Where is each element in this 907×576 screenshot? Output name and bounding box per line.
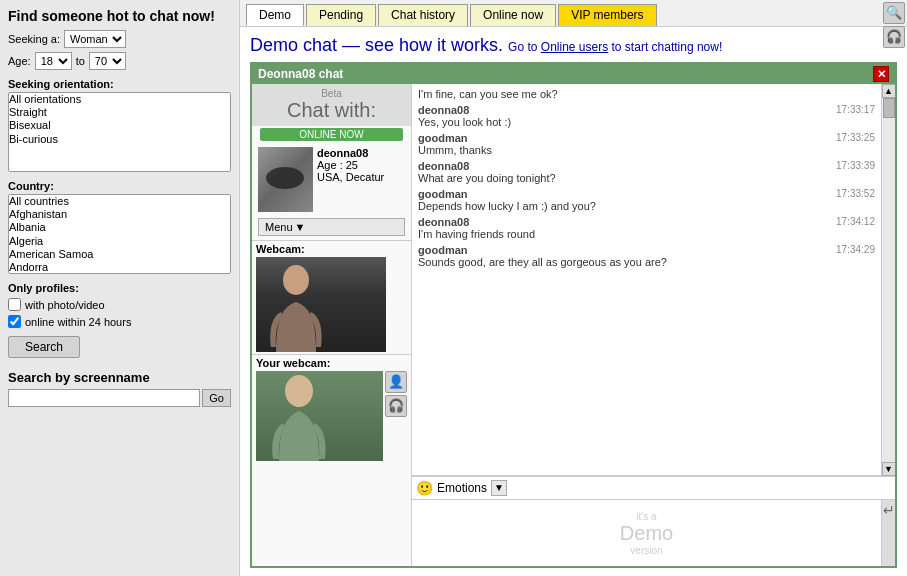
webcam-figure-svg	[261, 262, 341, 352]
message-row: deonna08 17:34:12 I'm having friends rou…	[418, 216, 875, 240]
svg-point-1	[285, 375, 313, 407]
user-info: deonna08 Age : 25 USA, Decatur	[317, 147, 384, 183]
country-label: Country:	[8, 180, 231, 192]
chat-right-panel: I'm fine, can you see me ok? deonna08 17…	[412, 84, 895, 566]
msg-sender: goodman	[418, 132, 468, 144]
msg-time: 17:33:17	[836, 104, 875, 116]
message-input-area[interactable]: it's a Demo version	[412, 500, 881, 566]
chat-window: Deonna08 chat ✕ Beta Chat with: ONLINE N…	[250, 62, 897, 568]
msg-text: Yes, you look hot :)	[418, 116, 875, 128]
chat-body: Beta Chat with: ONLINE NOW deonna08 Age …	[252, 84, 895, 566]
menu-button[interactable]: Menu ▼	[258, 218, 405, 236]
username: deonna08	[317, 147, 384, 159]
scrollbar-down-button[interactable]: ▼	[882, 462, 896, 476]
msg-text: Sounds good, are they all as gorgeous as…	[418, 256, 875, 268]
emotions-smiley-icon: 🙂	[416, 480, 433, 496]
tab-pending[interactable]: Pending	[306, 4, 376, 26]
tab-vip-members[interactable]: VIP members	[558, 4, 656, 26]
age-to-label: to	[76, 55, 85, 67]
photo-video-checkbox[interactable]	[8, 298, 21, 311]
tab-chat-history[interactable]: Chat history	[378, 4, 468, 26]
age-label: Age:	[8, 55, 31, 67]
go-button[interactable]: Go	[202, 389, 231, 407]
your-webcam-icon2[interactable]: 🎧	[385, 395, 407, 417]
msg-sender: deonna08	[418, 160, 469, 172]
menu-arrow-icon: ▼	[295, 221, 306, 233]
send-enter-icon[interactable]: ↵	[883, 502, 895, 518]
svg-point-0	[283, 265, 309, 295]
send-button-area[interactable]: ↵	[881, 500, 895, 566]
first-message: I'm fine, can you see me ok?	[418, 88, 875, 100]
msg-sender: deonna08	[418, 216, 469, 228]
msg-time: 17:33:25	[836, 132, 875, 144]
main-content: Demo Pending Chat history Online now VIP…	[240, 0, 907, 576]
message-textarea[interactable]	[412, 500, 881, 566]
your-webcam-icon1[interactable]: 👤	[385, 371, 407, 393]
emotions-bar: 🙂 Emotions ▼	[412, 477, 895, 500]
screenname-input[interactable]	[8, 389, 200, 407]
msg-sender: goodman	[418, 188, 468, 200]
msg-sender: goodman	[418, 244, 468, 256]
seeking-select[interactable]: Woman Man	[64, 30, 126, 48]
emotions-label: Emotions	[437, 481, 487, 495]
age-to-select[interactable]: 705040	[89, 52, 126, 70]
search-button[interactable]: Search	[8, 336, 80, 358]
scrollbar-track	[883, 98, 895, 462]
online-24h-label: online within 24 hours	[25, 316, 131, 328]
user-location: USA, Decatur	[317, 171, 384, 183]
tab-bar: Demo Pending Chat history Online now VIP…	[240, 0, 907, 27]
tab-online-now[interactable]: Online now	[470, 4, 556, 26]
message-row: goodman 17:34:29 Sounds good, are they a…	[418, 244, 875, 268]
your-webcam-figure-svg	[261, 373, 341, 461]
msg-text: I'm having friends round	[418, 228, 875, 240]
chat-window-title: Deonna08 chat	[258, 67, 343, 81]
webcam-container	[256, 257, 386, 352]
chat-input-area: 🙂 Emotions ▼ it's a Demo version	[412, 476, 895, 566]
chat-with-label: Chat with:	[256, 99, 407, 122]
msg-text: Depends how lucky I am :) and you?	[418, 200, 875, 212]
msg-time: 17:34:29	[836, 244, 875, 256]
user-profile: deonna08 Age : 25 USA, Decatur	[252, 143, 411, 216]
webcam-label: Webcam:	[256, 243, 407, 255]
country-select[interactable]: All countries Afghanistan Albania Algeri…	[8, 194, 231, 274]
orientation-label: Seeking orientation:	[8, 78, 231, 90]
only-profiles-label: Only profiles:	[8, 282, 231, 294]
msg-time: 17:34:12	[836, 216, 875, 228]
scrollbar-thumb[interactable]	[883, 98, 895, 118]
emotions-dropdown-button[interactable]: ▼	[491, 480, 507, 496]
message-row: deonna08 17:33:39 What are you doing ton…	[418, 160, 875, 184]
chat-close-button[interactable]: ✕	[873, 66, 889, 82]
user-avatar	[258, 147, 313, 212]
online-now-badge: ONLINE NOW	[260, 128, 403, 141]
message-row: goodman 17:33:25 Ummm, thanks	[418, 132, 875, 156]
your-webcam-label: Your webcam:	[256, 357, 407, 369]
tab-demo[interactable]: Demo	[246, 4, 304, 26]
msg-time: 17:33:39	[836, 160, 875, 172]
demo-header: Demo chat — see how it works. Go to Onli…	[250, 35, 897, 56]
user-age: Age : 25	[317, 159, 384, 171]
content-area: Demo chat — see how it works. Go to Onli…	[240, 27, 907, 576]
online-users-link[interactable]: Online users	[541, 40, 608, 54]
scrollbar-up-button[interactable]: ▲	[882, 84, 896, 98]
mask-overlay	[266, 167, 304, 189]
message-row: deonna08 17:33:17 Yes, you look hot :)	[418, 104, 875, 128]
msg-time: 17:33:52	[836, 188, 875, 200]
orientation-select[interactable]: All orientations Straight Bisexual Bi-cu…	[8, 92, 231, 172]
your-webcam-container	[256, 371, 383, 461]
sidebar: Find someone hot to chat now! Seeking a:…	[0, 0, 240, 576]
photo-video-label: with photo/video	[25, 299, 105, 311]
msg-text: Ummm, thanks	[418, 144, 875, 156]
sidebar-title: Find someone hot to chat now!	[8, 8, 231, 24]
webcam-section: Webcam:	[252, 240, 411, 354]
msg-text: What are you doing tonight?	[418, 172, 875, 184]
beta-chat-header: Beta Chat with:	[252, 84, 411, 126]
messages-scrollbar[interactable]: ▲ ▼	[881, 84, 895, 476]
messages-area: I'm fine, can you see me ok? deonna08 17…	[412, 84, 881, 476]
seeking-label: Seeking a:	[8, 33, 60, 45]
message-row: goodman 17:33:52 Depends how lucky I am …	[418, 188, 875, 212]
search-by-name-title: Search by screenname	[8, 370, 231, 385]
your-webcam-section: Your webcam:	[252, 354, 411, 463]
chat-titlebar: Deonna08 chat ✕	[252, 64, 895, 84]
age-from-select[interactable]: 18202530	[35, 52, 72, 70]
online-24h-checkbox[interactable]	[8, 315, 21, 328]
